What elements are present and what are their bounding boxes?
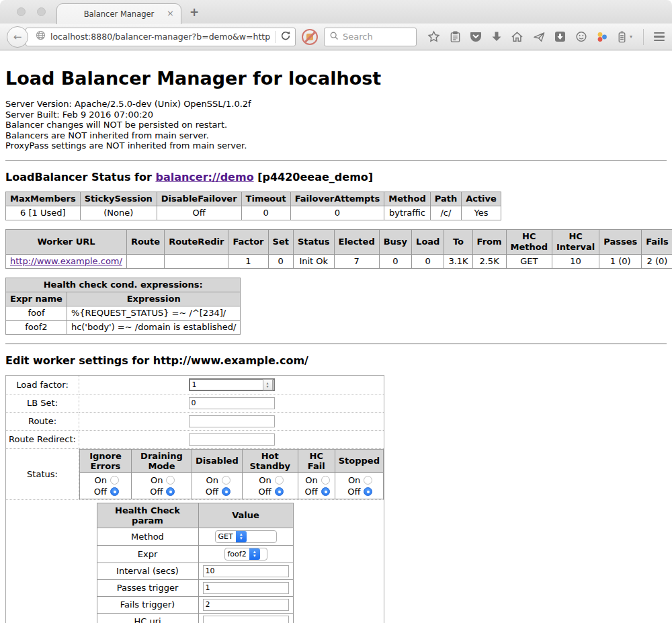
passes-input[interactable] xyxy=(203,582,289,594)
tab-balancer-manager[interactable]: Balancer Manager × xyxy=(56,3,181,24)
server-version-line: Server Version: Apache/2.5.0-dev (Unix) … xyxy=(5,99,667,110)
page-title: Load Balancer Manager for localhost xyxy=(5,68,667,89)
lb-set-input[interactable] xyxy=(189,397,275,409)
page-content: Load Balancer Manager for localhost Serv… xyxy=(0,68,672,623)
fails-row: Fails trigger) xyxy=(97,596,293,613)
status-hc-fail-off-radio[interactable] xyxy=(321,487,330,496)
status-stopped-on-radio[interactable] xyxy=(364,476,372,485)
status-hc-fail-on-radio[interactable] xyxy=(321,476,330,485)
balancer-status-table: MaxMembers StickySession DisableFailover… xyxy=(5,192,501,220)
load-factor-field[interactable] xyxy=(189,378,275,391)
health-check-expressions-table: Health check cond. expressions: Expr nam… xyxy=(5,278,241,335)
proxypass-note-line: ProxyPass settings are NOT inherited fro… xyxy=(5,140,667,151)
table-header-row: Expr name Expression xyxy=(6,292,241,306)
expr-row: Expr foof2 xyxy=(97,545,293,563)
url-divider xyxy=(275,31,276,43)
browser-window: Balancer Manager × + ← localhost:8880/ba… xyxy=(0,0,672,623)
passes-row: Passes trigger xyxy=(97,579,293,596)
worker-url-link[interactable]: http://www.example.com/ xyxy=(10,256,122,266)
loadbalancer-status-heading: LoadBalancer Status for balancer://demo … xyxy=(5,171,667,183)
status-label: Status: xyxy=(6,448,79,499)
chat-smiley-icon[interactable] xyxy=(575,31,587,43)
status-radio-row: On Off On Off On Off xyxy=(80,472,384,499)
status-disabled-off-radio[interactable] xyxy=(222,487,230,496)
search-placeholder: Search xyxy=(343,32,373,42)
close-tab-icon[interactable]: × xyxy=(167,9,174,18)
route-redirect-input[interactable] xyxy=(189,433,275,446)
home-icon[interactable] xyxy=(511,31,523,43)
tab-bar: Balancer Manager × + xyxy=(0,0,672,24)
bookmark-star-icon[interactable] xyxy=(427,30,440,43)
route-redirect-row: Route Redirect: xyxy=(6,430,384,448)
persist-note-line: Balancer changes will NOT be persisted o… xyxy=(5,120,667,130)
method-select[interactable]: GET xyxy=(215,530,277,543)
dropdown-caret-icon[interactable]: ▾ xyxy=(630,34,632,40)
url-text[interactable]: localhost:8880/balancer-manager?b=demo&w… xyxy=(50,32,270,42)
expr-select[interactable]: foof2 xyxy=(224,548,267,560)
pocket-icon[interactable] xyxy=(470,31,482,42)
status-stopped-off-radio[interactable] xyxy=(364,487,372,496)
interval-row: Interval (secs) xyxy=(97,563,293,579)
extensions-colored-dots-icon[interactable] xyxy=(596,31,608,43)
back-button[interactable]: ← xyxy=(7,26,28,48)
lb-set-label: LB Set: xyxy=(6,394,79,412)
balancer-demo-link[interactable]: balancer://demo xyxy=(155,171,253,183)
route-row: Route: xyxy=(6,412,384,430)
minimize-window-button[interactable] xyxy=(37,7,46,16)
table-row: http://www.example.com/ 1 0 Init Ok 7 0 … xyxy=(6,254,672,268)
table-header-row: Worker URL Route RouteRedir Factor Set S… xyxy=(6,229,672,254)
new-tab-button[interactable]: + xyxy=(190,5,199,19)
adblock-icon[interactable] xyxy=(302,29,318,45)
search-icon xyxy=(330,30,339,43)
table-row: foof %{REQUEST_STATUS} =~ /^[234]/ xyxy=(6,306,241,320)
toolbar-icons: ▾ xyxy=(427,29,672,45)
number-stepper-icon[interactable] xyxy=(263,379,273,390)
status-disabled-on-radio[interactable] xyxy=(222,476,230,485)
edit-worker-form: Load factor: LB Set: Route: Route Redire… xyxy=(5,375,384,623)
tab-title: Balancer Manager xyxy=(84,9,155,19)
navigation-toolbar: ← localhost:8880/balancer-manager?b=demo… xyxy=(0,24,672,50)
select-stepper-icon xyxy=(236,531,247,542)
status-header-row: Ignore Errors Draining Mode Disabled Hot… xyxy=(80,449,384,472)
server-built-line: Server Built: Feb 9 2016 07:00:20 xyxy=(5,110,667,120)
table-row: 6 [1 Used] (None) Off 0 0 bytraffic /c/ … xyxy=(6,206,501,220)
load-factor-input[interactable] xyxy=(190,380,263,389)
status-draining-mode-on-radio[interactable] xyxy=(166,476,175,485)
url-bar[interactable]: localhost:8880/balancer-manager?b=demo&w… xyxy=(26,28,296,46)
send-icon[interactable] xyxy=(533,31,546,43)
interval-input[interactable] xyxy=(203,565,289,577)
status-hot-standby-on-radio[interactable] xyxy=(275,476,284,485)
table-row: foof2 hc('body') =~ /domain is establish… xyxy=(6,320,241,334)
globe-icon xyxy=(36,30,46,43)
lb-set-row: LB Set: xyxy=(6,394,384,412)
hc-uri-input[interactable] xyxy=(203,616,289,623)
route-input[interactable] xyxy=(189,415,275,427)
status-ignore-errors-off-radio[interactable] xyxy=(110,487,119,496)
load-factor-row: Load factor: xyxy=(6,375,384,394)
reload-icon[interactable] xyxy=(280,30,291,44)
fails-input[interactable] xyxy=(203,599,289,611)
edit-worker-settings-heading: Edit worker settings for http://www.exam… xyxy=(5,354,667,367)
downloads-panel-icon[interactable] xyxy=(554,31,566,42)
table-title-row: Health check cond. expressions: xyxy=(6,278,241,292)
select-stepper-icon xyxy=(249,548,260,560)
hc-uri-row: HC uri xyxy=(97,613,293,623)
table-header-row: Health Check param Value xyxy=(97,503,293,528)
status-ignore-errors-on-radio[interactable] xyxy=(110,476,119,485)
container-battery-icon[interactable] xyxy=(618,31,626,43)
method-row: Method GET xyxy=(97,528,293,545)
divider xyxy=(5,160,667,161)
download-arrow-icon[interactable] xyxy=(491,31,502,42)
status-hot-standby-off-radio[interactable] xyxy=(275,487,284,496)
status-draining-mode-off-radio[interactable] xyxy=(166,487,175,496)
status-row: Status: Ignore Errors Draining Mode Disa… xyxy=(6,448,384,499)
close-window-button[interactable] xyxy=(17,7,26,16)
health-check-params-row: Health Check param Value Method GET xyxy=(6,499,384,623)
worker-status-table: Worker URL Route RouteRedir Factor Set S… xyxy=(5,229,672,269)
health-check-param-table: Health Check param Value Method GET xyxy=(97,503,294,623)
reading-list-clipboard-icon[interactable] xyxy=(450,31,461,43)
toolbar-separator xyxy=(643,29,644,45)
route-redirect-label: Route Redirect: xyxy=(6,430,79,448)
menu-hamburger-icon[interactable] xyxy=(654,32,665,42)
search-input[interactable]: Search xyxy=(324,28,417,46)
